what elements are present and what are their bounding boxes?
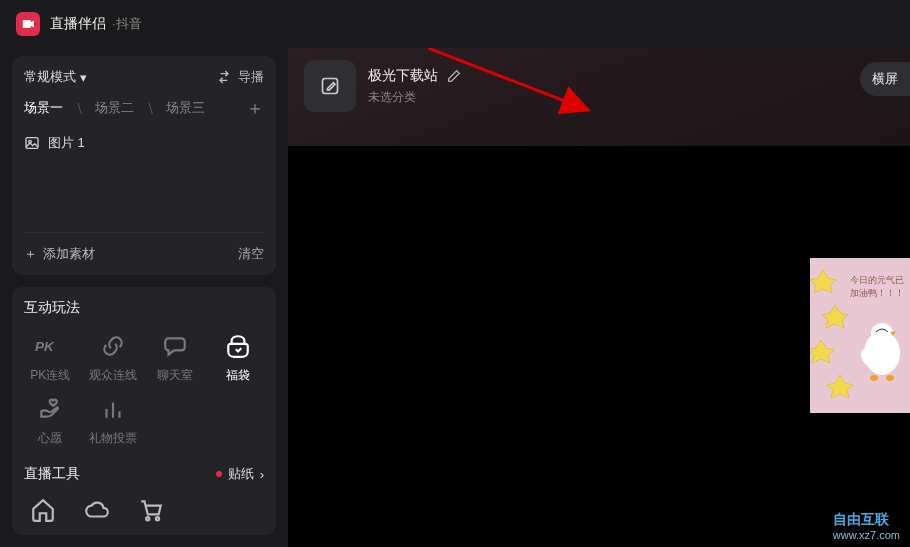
svg-text:PK: PK — [35, 339, 55, 354]
chevron-down-icon: ▾ — [80, 70, 87, 85]
content-area: 极光下载站 未选分类 横屏 今日的元气已 加油鸭！！！ — [288, 48, 910, 547]
link-icon — [98, 331, 128, 361]
app-subtitle: ·抖音 — [112, 15, 142, 33]
layer-item-image[interactable]: 图片 1 — [24, 134, 264, 152]
bag-icon — [223, 331, 253, 361]
play-item-wish[interactable]: 心愿 — [24, 394, 77, 447]
interactive-title: 互动玩法 — [24, 299, 264, 317]
mode-dropdown[interactable]: 常规模式 ▾ — [24, 68, 87, 86]
watermark-sub: www.xz7.com — [833, 529, 900, 541]
chevron-right-icon: › — [260, 467, 264, 482]
svg-text:加油鸭！！！: 加油鸭！！！ — [850, 288, 904, 298]
bar-chart-icon — [98, 394, 128, 424]
plus-icon: ＋ — [24, 245, 37, 263]
svg-rect-1 — [26, 138, 38, 149]
director-label: 导播 — [238, 68, 264, 86]
play-item-audience[interactable]: 观众连线 — [87, 331, 140, 384]
edit-square-icon — [320, 76, 340, 96]
svg-point-13 — [870, 375, 878, 381]
swap-icon — [216, 69, 232, 85]
svg-text:今日的元气已: 今日的元气已 — [850, 275, 904, 285]
room-info: 极光下载站 未选分类 — [368, 67, 462, 106]
play-item-bag[interactable]: 福袋 — [212, 331, 265, 384]
pk-icon: PK — [35, 331, 65, 361]
scene-tab-1[interactable]: 场景一 — [24, 99, 63, 117]
play-item-pk[interactable]: PK PK连线 — [24, 331, 77, 384]
layer-label: 图片 1 — [48, 134, 85, 152]
room-category[interactable]: 未选分类 — [368, 89, 462, 106]
tools-title: 直播工具 — [24, 465, 80, 483]
app-logo — [16, 12, 40, 36]
clear-button[interactable]: 清空 — [238, 245, 264, 263]
svg-point-14 — [886, 375, 894, 381]
svg-point-4 — [146, 517, 149, 520]
orientation-label: 横屏 — [872, 71, 898, 86]
room-title: 极光下载站 — [368, 67, 438, 85]
add-material-label: 添加素材 — [43, 245, 95, 263]
watermark-main: 自由互联 — [833, 511, 889, 527]
sticker-label: 贴纸 — [228, 465, 254, 483]
play-item-vote[interactable]: 礼物投票 — [87, 394, 140, 447]
sticker-dot — [216, 471, 222, 477]
play-item-chatroom[interactable]: 聊天室 — [149, 331, 202, 384]
add-scene-button[interactable]: ＋ — [246, 96, 264, 120]
scene-tab-2[interactable]: 场景二 — [95, 99, 134, 117]
svg-point-5 — [156, 517, 159, 520]
scene-tab-3[interactable]: 场景三 — [166, 99, 205, 117]
app-title: 直播伴侣 — [50, 15, 106, 33]
interactive-grid: PK PK连线 观众连线 聊天室 福袋 心愿 — [24, 331, 264, 447]
room-topbar: 极光下载站 未选分类 — [288, 48, 910, 124]
tool-cart-icon[interactable] — [138, 497, 164, 523]
sticker-button[interactable]: 贴纸 › — [216, 465, 264, 483]
image-icon — [24, 135, 40, 151]
watermark: 自由互联 www.xz7.com — [833, 511, 900, 541]
floating-scene-thumbnail[interactable]: 今日的元气已 加油鸭！！！ — [810, 258, 910, 413]
svg-rect-0 — [23, 20, 31, 28]
chat-icon — [160, 331, 190, 361]
interactive-panel: 互动玩法 PK PK连线 观众连线 聊天室 福袋 — [12, 287, 276, 535]
tool-home-icon[interactable] — [30, 497, 56, 523]
tool-cloud-icon[interactable] — [84, 497, 110, 523]
edit-title-icon[interactable] — [446, 68, 462, 84]
tool-icons-row — [24, 497, 264, 523]
scene-panel: 常规模式 ▾ 导播 场景一 ∖ 场景二 ∖ 场景三 ＋ 图片 1 — [12, 56, 276, 275]
app-header: 直播伴侣 ·抖音 — [0, 0, 910, 48]
heart-hand-icon — [35, 394, 65, 424]
add-material-button[interactable]: ＋ 添加素材 — [24, 245, 95, 263]
orientation-button[interactable]: 横屏 — [860, 62, 910, 96]
director-switch[interactable]: 导播 — [216, 68, 264, 86]
mode-label-text: 常规模式 — [24, 68, 76, 86]
svg-point-11 — [871, 323, 893, 343]
tools-header: 直播工具 贴纸 › — [24, 465, 264, 483]
sidebar: 常规模式 ▾ 导播 场景一 ∖ 场景二 ∖ 场景三 ＋ 图片 1 — [0, 48, 288, 547]
scene-tabs: 场景一 ∖ 场景二 ∖ 场景三 ＋ — [24, 96, 264, 120]
main-layout: 常规模式 ▾ 导播 场景一 ∖ 场景二 ∖ 场景三 ＋ 图片 1 — [0, 48, 910, 547]
cover-upload[interactable] — [304, 60, 356, 112]
